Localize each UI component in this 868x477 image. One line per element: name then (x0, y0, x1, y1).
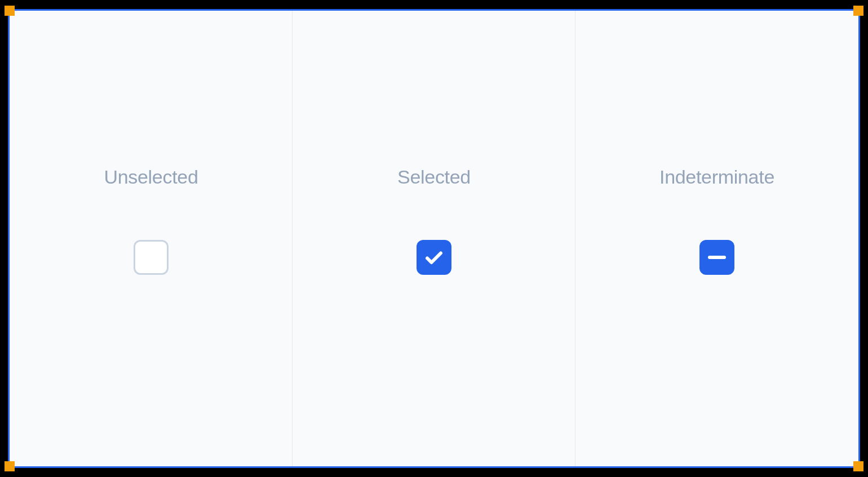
checkbox-wrapper-selected (417, 240, 451, 275)
checkbox-selected[interactable] (417, 240, 451, 275)
panel-indeterminate: Indeterminate (575, 11, 858, 466)
selection-handle-top-right[interactable] (853, 6, 863, 16)
label-indeterminate: Indeterminate (659, 166, 774, 188)
checkbox-indeterminate[interactable] (699, 240, 734, 275)
selection-handle-top-left[interactable] (5, 6, 15, 16)
selection-handle-bottom-right[interactable] (853, 461, 863, 471)
checkbox-wrapper-indeterminate (699, 240, 734, 275)
minus-icon (708, 256, 726, 259)
panel-unselected: Unselected (10, 11, 293, 466)
checkbox-unselected[interactable] (134, 240, 169, 275)
selection-handle-bottom-left[interactable] (5, 461, 15, 471)
label-selected: Selected (397, 166, 471, 188)
checkbox-wrapper-unselected (134, 240, 169, 275)
panel-selected: Selected (293, 11, 575, 466)
check-icon (424, 247, 444, 268)
selection-frame[interactable]: Unselected Selected Indeterminate (8, 9, 860, 468)
label-unselected: Unselected (104, 166, 198, 188)
checkbox-states-container: Unselected Selected Indeterminate (10, 11, 858, 466)
